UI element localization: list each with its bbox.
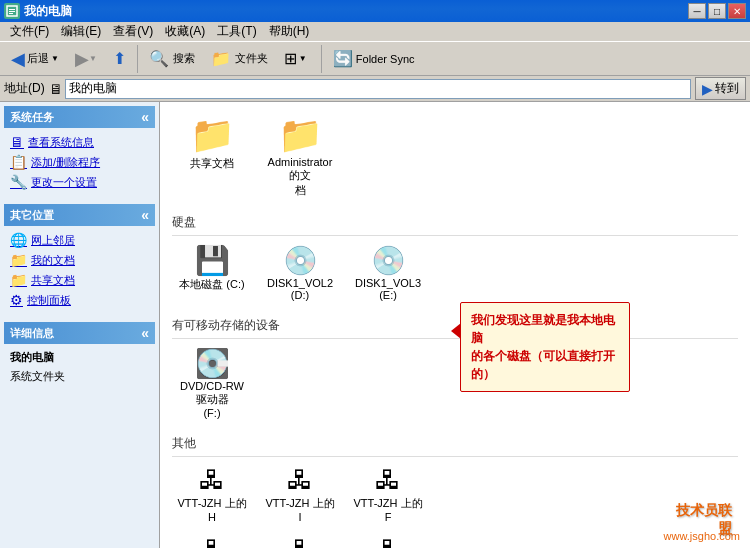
- drive-c-item[interactable]: 💾 本地磁盘 (C:): [172, 240, 252, 296]
- shared-icon: 📁: [10, 272, 27, 288]
- other-divider: [172, 456, 738, 457]
- programs-icon: 📋: [10, 154, 27, 170]
- search-icon: 🔍: [149, 49, 169, 68]
- shared-docs-folder-icon: 📁: [190, 114, 235, 156]
- menu-view[interactable]: 查看(V): [107, 21, 159, 42]
- shared-folders-row: 📁 共享文档 📁 Administrator 的文档: [172, 110, 738, 202]
- details-type: 系统文件夹: [6, 367, 153, 386]
- view-button[interactable]: ⊞ ▼: [277, 46, 317, 71]
- shared-docs-item[interactable]: 📁 共享文档: [172, 110, 252, 175]
- network-c-icon: 🖧: [287, 535, 313, 548]
- go-label: 转到: [715, 80, 739, 97]
- settings-icon: 🔧: [10, 174, 27, 190]
- network-e-item[interactable]: 🖧 VTT-JZH 上的 E: [348, 531, 428, 548]
- menu-tools[interactable]: 工具(T): [211, 21, 262, 42]
- add-remove-programs-link[interactable]: 📋 添加/删除程序: [6, 152, 153, 172]
- dvd-label: DVD/CD-RW 驱动器(F:): [176, 380, 248, 419]
- admin-docs-label: Administrator 的文档: [264, 156, 336, 198]
- network-i-label: VTT-JZH 上的 I: [264, 496, 336, 523]
- forward-button[interactable]: ▶ ▼: [68, 45, 104, 73]
- network-g-item[interactable]: 🖧 VTT-JZH 上的 G: [172, 531, 252, 548]
- drive-c-icon: 💾: [195, 244, 230, 277]
- other-section: 其他 🖧 VTT-JZH 上的 H 🖧 VTT-JZH 上的 I 🖧 VTT-J…: [172, 435, 738, 548]
- menu-favorites[interactable]: 收藏(A): [159, 21, 211, 42]
- control-panel-link[interactable]: ⚙ 控制面板: [6, 290, 153, 310]
- network-h-item[interactable]: 🖧 VTT-JZH 上的 H: [172, 461, 252, 527]
- folders-icon: 📁: [211, 49, 231, 68]
- sync-label: Folder Sync: [356, 53, 415, 65]
- removable-row: 💽 DVD/CD-RW 驱动器(F:): [172, 343, 738, 423]
- drive-e-item[interactable]: 💿 DISK1_VOL3 (E:): [348, 240, 428, 305]
- drive-e-label: DISK1_VOL3 (E:): [352, 277, 424, 301]
- back-label: 后退: [27, 51, 49, 66]
- admin-docs-item[interactable]: 📁 Administrator 的文档: [260, 110, 340, 202]
- back-button[interactable]: ◀ 后退 ▼: [4, 45, 66, 73]
- folder-sync-button[interactable]: 🔄 Folder Sync: [326, 46, 422, 71]
- network-h-icon: 🖧: [199, 465, 225, 496]
- other-locations-section: 其它位置 « 🌐 网上邻居 📁 我的文档 📁 共享文档 ⚙ 控制: [4, 204, 155, 314]
- control-panel-icon: ⚙: [10, 292, 23, 308]
- system-tasks-title: 系统任务: [10, 110, 54, 125]
- minimize-button[interactable]: ─: [688, 3, 706, 19]
- main-layout: 系统任务 « 🖥 查看系统信息 📋 添加/删除程序 🔧 更改一个设置: [0, 102, 750, 548]
- window-controls: ─ □ ✕: [688, 3, 746, 19]
- back-dropdown-icon[interactable]: ▼: [51, 54, 59, 63]
- sync-icon: 🔄: [333, 49, 353, 68]
- other-label: 其他: [172, 435, 738, 452]
- close-button[interactable]: ✕: [728, 3, 746, 19]
- other-locations-collapse-icon[interactable]: «: [141, 207, 149, 223]
- dvd-item[interactable]: 💽 DVD/CD-RW 驱动器(F:): [172, 343, 252, 423]
- watermark-block: 技术员联盟 www.jsgho.com: [664, 530, 740, 542]
- my-documents-link[interactable]: 📁 我的文档: [6, 250, 153, 270]
- callout-arrow: [451, 323, 461, 339]
- menu-help[interactable]: 帮助(H): [263, 21, 316, 42]
- callout-text: 我们发现这里就是我本地电脑的各个磁盘（可以直接打开的）: [471, 313, 615, 381]
- system-tasks-header: 系统任务 «: [4, 106, 155, 128]
- drive-e-icon: 💿: [371, 244, 406, 277]
- network-e-icon: 🖧: [375, 535, 401, 548]
- system-tasks-collapse-icon[interactable]: «: [141, 109, 149, 125]
- details-collapse-icon[interactable]: «: [141, 325, 149, 341]
- address-input[interactable]: [65, 79, 691, 99]
- network-c-item[interactable]: 🖧 VTT-JZH 上的 C: [260, 531, 340, 548]
- shared-docs-label: 共享文档: [190, 156, 234, 171]
- network-i-item[interactable]: 🖧 VTT-JZH 上的 I: [260, 461, 340, 527]
- system-tasks-content: 🖥 查看系统信息 📋 添加/删除程序 🔧 更改一个设置: [4, 128, 155, 196]
- change-setting-link[interactable]: 🔧 更改一个设置: [6, 172, 153, 192]
- documents-icon: 📁: [10, 252, 27, 268]
- hard-disk-divider: [172, 235, 738, 236]
- toolbar-separator-2: [321, 45, 322, 73]
- shared-documents-link[interactable]: 📁 共享文档: [6, 270, 153, 290]
- network-icon: 🌐: [10, 232, 27, 248]
- forward-dropdown-icon[interactable]: ▼: [89, 54, 97, 63]
- drive-d-item[interactable]: 💿 DISK1_VOL2 (D:): [260, 240, 340, 305]
- up-icon: ⬆: [113, 49, 126, 68]
- go-arrow-icon: ▶: [702, 81, 713, 97]
- network-neighbors-link[interactable]: 🌐 网上邻居: [6, 230, 153, 250]
- menu-edit[interactable]: 编辑(E): [55, 21, 107, 42]
- network-f-label: VTT-JZH 上的 F: [352, 496, 424, 523]
- svg-rect-1: [9, 9, 15, 10]
- up-button[interactable]: ⬆: [106, 46, 133, 71]
- system-tasks-section: 系统任务 « 🖥 查看系统信息 📋 添加/删除程序 🔧 更改一个设置: [4, 106, 155, 196]
- details-content: 我的电脑 系统文件夹: [4, 344, 155, 390]
- other-locations-content: 🌐 网上邻居 📁 我的文档 📁 共享文档 ⚙ 控制面板: [4, 226, 155, 314]
- search-button[interactable]: 🔍 搜索: [142, 46, 202, 71]
- details-header: 详细信息 «: [4, 322, 155, 344]
- right-panel-wrapper: 📁 共享文档 📁 Administrator 的文档 硬盘 💾 本地磁盘: [160, 102, 750, 548]
- drive-d-label: DISK1_VOL2 (D:): [264, 277, 336, 301]
- network-f-item[interactable]: 🖧 VTT-JZH 上的 F: [348, 461, 428, 527]
- go-button[interactable]: ▶ 转到: [695, 77, 746, 100]
- left-panel: 系统任务 « 🖥 查看系统信息 📋 添加/删除程序 🔧 更改一个设置: [0, 102, 160, 548]
- view-system-info-link[interactable]: 🖥 查看系统信息: [6, 132, 153, 152]
- view-dropdown-icon[interactable]: ▼: [299, 54, 307, 63]
- network-g-icon: 🖧: [199, 535, 225, 548]
- toolbar: ◀ 后退 ▼ ▶ ▼ ⬆ 🔍 搜索 📁 文件夹 ⊞ ▼ 🔄 Folder Syn…: [0, 42, 750, 76]
- maximize-button[interactable]: □: [708, 3, 726, 19]
- monitor-icon: 🖥: [10, 134, 24, 150]
- network-i-icon: 🖧: [287, 465, 313, 496]
- folders-button[interactable]: 📁 文件夹: [204, 46, 275, 71]
- menu-file[interactable]: 文件(F): [4, 21, 55, 42]
- hard-disk-label: 硬盘: [172, 214, 738, 231]
- address-bar: 地址(D) 🖥 ▶ 转到: [0, 76, 750, 102]
